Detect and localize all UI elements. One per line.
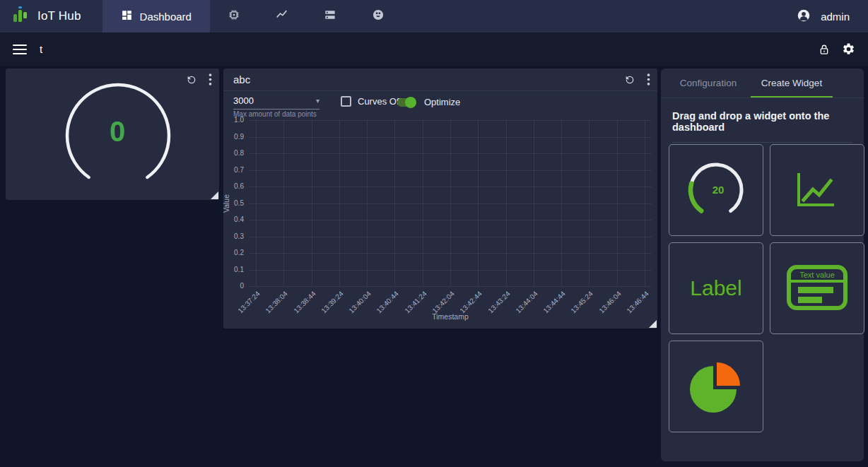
y-tick-label: 0.8	[224, 149, 244, 157]
optimize-toggle[interactable]: Optimize	[397, 97, 460, 107]
optimize-label: Optimize	[424, 97, 460, 107]
user-avatar-icon	[796, 8, 811, 25]
chip-icon	[227, 8, 241, 25]
gridline	[589, 120, 590, 286]
gridline	[645, 120, 645, 286]
y-tick-label: 0.7	[224, 166, 244, 174]
storage-icon	[323, 8, 337, 25]
chart-title: abc	[233, 73, 250, 85]
curves-off-checkbox[interactable]: Curves Off	[341, 96, 401, 107]
widget-tiles: 20 Label Text value	[669, 144, 864, 432]
toggle-knob	[405, 97, 416, 108]
chart-plot-area	[249, 120, 652, 286]
chart-widget-header: abc	[223, 69, 657, 91]
checkbox-box	[341, 96, 351, 107]
toggle-track	[397, 98, 416, 107]
y-axis-title: Value	[222, 188, 230, 219]
gridline	[394, 120, 395, 286]
resize-handle[interactable]	[649, 320, 657, 328]
gridline	[478, 120, 479, 286]
gauge-widget: 0	[6, 69, 219, 200]
chart-widget: abc 3000 ▾ Max amount of data points Cur…	[223, 69, 657, 329]
tab-configuration[interactable]: Configuration	[667, 69, 750, 97]
gridline	[339, 120, 340, 286]
tab-dashboard-label: Dashboard	[140, 11, 192, 23]
text-value-card-icon: Text value	[783, 258, 851, 319]
brand-title: IoT Hub	[37, 9, 81, 23]
panel-tabs: Configuration Create Widget	[661, 69, 864, 98]
tile-text-value-widget[interactable]: Text value	[770, 242, 864, 334]
username: admin	[821, 11, 850, 23]
menu-icon[interactable]	[13, 45, 27, 54]
top-navbar: IoT Hub Dashboard	[0, 0, 868, 32]
y-tick-label: 0.9	[224, 133, 244, 141]
tab-create-widget[interactable]: Create Widget	[750, 69, 833, 97]
label-preview-text: Label	[690, 276, 741, 300]
pie-chart-icon	[684, 355, 748, 418]
refresh-icon[interactable]	[624, 74, 635, 85]
y-tick-label: 0.2	[224, 249, 244, 256]
y-tick-label: 0	[224, 282, 244, 290]
chevron-down-icon: ▾	[316, 97, 319, 105]
tile-pie-chart-widget[interactable]	[669, 341, 763, 432]
dashboard-grid-icon	[121, 9, 133, 23]
gridline	[617, 120, 618, 286]
circle-menu-icon	[371, 8, 385, 25]
max-datapoints-select[interactable]: 3000 ▾	[233, 95, 319, 110]
settings-gear-icon[interactable]	[842, 42, 855, 56]
gridline	[256, 120, 257, 286]
more-options-icon[interactable]	[209, 73, 212, 85]
line-chart-icon	[789, 165, 845, 215]
tab-dashboard[interactable]: Dashboard	[102, 0, 210, 32]
gauge-value: 0	[82, 116, 153, 148]
gridline	[312, 120, 312, 286]
y-tick-label: 0.1	[224, 266, 244, 273]
tab-data[interactable]	[258, 0, 306, 32]
max-datapoints-helper: Max amount of data points	[233, 110, 317, 118]
create-widget-panel: Configuration Create Widget Drag and dro…	[661, 69, 864, 461]
user-menu[interactable]: admin	[796, 8, 868, 25]
gridline	[367, 120, 368, 286]
curves-off-label: Curves Off	[358, 96, 401, 107]
chart-plot: 1.00.90.80.70.60.50.40.30.20.10 13:37:24…	[249, 120, 652, 286]
max-datapoints-value: 3000	[233, 95, 254, 106]
tab-community[interactable]	[354, 0, 402, 32]
y-tick-label: 0.3	[224, 232, 244, 240]
dashboard-name: t	[40, 43, 42, 55]
trend-chart-icon	[275, 8, 289, 25]
gauge-preview-icon: 20	[681, 157, 751, 224]
divider	[672, 142, 852, 143]
text-value-card-title: Text value	[799, 271, 835, 279]
y-tick-label: 1.0	[224, 116, 244, 124]
gridline	[534, 120, 534, 286]
tab-entities[interactable]	[306, 0, 354, 32]
resize-handle[interactable]	[211, 191, 218, 199]
gridline	[506, 120, 507, 286]
panel-message: Drag and drop a widget onto the dashboar…	[672, 110, 852, 133]
x-axis-title: Timestamp	[249, 312, 652, 321]
tile-label-widget[interactable]: Label	[669, 242, 763, 334]
tile-gauge-widget[interactable]: 20	[669, 144, 763, 236]
dashboard-toolbar: t	[0, 32, 868, 66]
iot-hub-logo-icon	[11, 5, 31, 28]
gridline	[283, 120, 284, 286]
tab-devices[interactable]	[210, 0, 258, 32]
gridline	[423, 120, 423, 286]
gauge-preview-value: 20	[712, 184, 725, 196]
refresh-icon[interactable]	[186, 74, 197, 85]
gridline	[561, 120, 562, 286]
brand[interactable]: IoT Hub	[0, 5, 93, 28]
more-options-icon[interactable]	[647, 73, 650, 85]
gridline	[450, 120, 451, 286]
lock-icon[interactable]	[818, 43, 831, 56]
tile-line-chart-widget[interactable]	[770, 144, 864, 236]
